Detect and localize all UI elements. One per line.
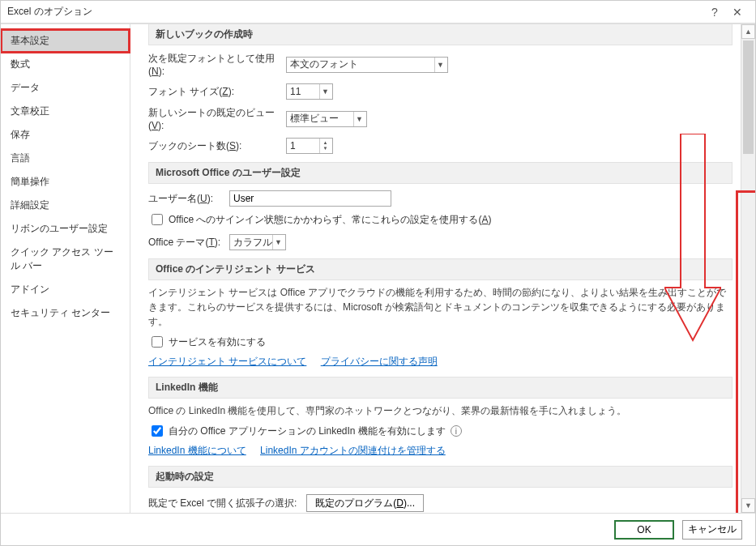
sidebar: 基本設定数式データ文章校正保存言語簡単操作詳細設定リボンのユーザー設定クイック … bbox=[1, 24, 130, 513]
always-use-settings-label: Office へのサインイン状態にかかわらず、常にこれらの設定を使用する(A) bbox=[169, 213, 491, 227]
sidebar-item-5[interactable]: 言語 bbox=[1, 147, 130, 170]
content-wrap: 新しいブックの作成時 次を既定フォントとして使用(N): 本文のフォント ▼ フ… bbox=[130, 24, 755, 513]
font-size-label: フォント サイズ(Z): bbox=[148, 85, 286, 99]
section-user-header: Microsoft Office のユーザー設定 bbox=[148, 162, 733, 184]
font-size-select[interactable]: 11 ▼ bbox=[286, 83, 333, 100]
about-linkedin-link[interactable]: LinkedIn 機能について bbox=[148, 445, 246, 456]
about-intelligent-link[interactable]: インテリジェント サービスについて bbox=[148, 356, 306, 367]
default-view-select[interactable]: 標準ビュー ▼ bbox=[286, 111, 367, 127]
chevron-down-icon: ▼ bbox=[353, 112, 365, 126]
help-icon[interactable]: ? bbox=[703, 2, 726, 22]
privacy-statement-link[interactable]: プライバシーに関する声明 bbox=[321, 356, 438, 367]
spinner-icon: ▲▼ bbox=[319, 139, 331, 153]
titlebar: Excel のオプション ? ✕ bbox=[1, 1, 755, 23]
user-name-label: ユーザー名(U): bbox=[148, 192, 229, 206]
office-theme-value: カラフル bbox=[233, 236, 272, 250]
user-name-input[interactable] bbox=[229, 190, 391, 207]
enable-services-checkbox[interactable] bbox=[152, 336, 163, 348]
cancel-button[interactable]: キャンセル bbox=[682, 520, 742, 540]
dialog-body: 基本設定数式データ文章校正保存言語簡単操作詳細設定リボンのユーザー設定クイック … bbox=[1, 23, 755, 513]
vertical-scrollbar[interactable]: ▲ ▼ bbox=[741, 24, 755, 513]
chevron-down-icon: ▼ bbox=[434, 58, 446, 72]
section-linkedin-header: LinkedIn 機能 bbox=[148, 377, 733, 399]
section-startup-header: 起動時の設定 bbox=[148, 466, 733, 488]
sheet-count-label: ブックのシート数(S): bbox=[148, 139, 286, 153]
sidebar-item-1[interactable]: 数式 bbox=[1, 53, 130, 76]
office-theme-select[interactable]: カラフル ▼ bbox=[229, 234, 286, 250]
enable-linkedin-checkbox[interactable] bbox=[152, 425, 163, 437]
sidebar-item-7[interactable]: 詳細設定 bbox=[1, 194, 130, 217]
sidebar-item-0[interactable]: 基本設定 bbox=[1, 29, 130, 53]
chevron-down-icon: ▼ bbox=[319, 84, 331, 99]
enable-linkedin-label: 自分の Office アプリケーションの LinkedIn 機能を有効にします bbox=[169, 424, 446, 438]
content: 新しいブックの作成時 次を既定フォントとして使用(N): 本文のフォント ▼ フ… bbox=[130, 24, 741, 513]
chevron-down-icon: ▼ bbox=[272, 235, 284, 250]
sidebar-item-3[interactable]: 文章校正 bbox=[1, 100, 130, 123]
default-font-select[interactable]: 本文のフォント ▼ bbox=[286, 57, 448, 73]
dialog-footer: OK キャンセル bbox=[1, 513, 755, 545]
font-size-value: 11 bbox=[290, 86, 301, 97]
default-view-value: 標準ビュー bbox=[290, 112, 339, 126]
sheet-count-spinner[interactable]: 1 ▲▼ bbox=[286, 138, 333, 154]
sidebar-item-10[interactable]: アドイン bbox=[1, 278, 130, 301]
sidebar-item-6[interactable]: 簡単操作 bbox=[1, 170, 130, 194]
sidebar-item-8[interactable]: リボンのユーザー設定 bbox=[1, 217, 130, 241]
default-extensions-label: 既定で Excel で開く拡張子の選択: bbox=[148, 497, 297, 510]
scroll-down-icon[interactable]: ▼ bbox=[741, 498, 755, 513]
sidebar-item-11[interactable]: セキュリティ センター bbox=[1, 301, 130, 325]
default-font-value: 本文のフォント bbox=[290, 58, 358, 71]
close-icon[interactable]: ✕ bbox=[726, 2, 749, 22]
intelligent-desc: インテリジェント サービスは Office アプリでクラウドの機能を利用するため… bbox=[148, 285, 733, 329]
sidebar-item-4[interactable]: 保存 bbox=[1, 123, 130, 147]
always-use-settings-checkbox[interactable] bbox=[152, 214, 163, 225]
default-programs-button[interactable]: 既定のプログラム(D)... bbox=[306, 494, 424, 512]
excel-options-dialog: Excel のオプション ? ✕ 基本設定数式データ文章校正保存言語簡単操作詳細… bbox=[0, 0, 756, 546]
info-icon[interactable]: i bbox=[451, 425, 462, 437]
scroll-track[interactable] bbox=[741, 39, 755, 498]
sidebar-item-9[interactable]: クイック アクセス ツール バー bbox=[1, 241, 130, 278]
scroll-up-icon[interactable]: ▲ bbox=[741, 24, 755, 39]
scroll-thumb[interactable] bbox=[743, 41, 754, 154]
default-font-label: 次を既定フォントとして使用(N): bbox=[148, 52, 286, 77]
office-theme-label: Office テーマ(T): bbox=[148, 236, 229, 250]
default-view-label: 新しいシートの既定のビュー(V): bbox=[148, 106, 286, 131]
section-newbook-header: 新しいブックの作成時 bbox=[148, 24, 733, 45]
enable-services-label: サービスを有効にする bbox=[169, 335, 266, 349]
linkedin-desc: Office の LinkedIn 機能を使用して、専門家のネットワークとつなが… bbox=[148, 403, 733, 418]
sheet-count-value: 1 bbox=[290, 140, 296, 151]
manage-linkedin-link[interactable]: LinkedIn アカウントの関連付けを管理する bbox=[260, 445, 446, 456]
section-intelligent-header: Office のインテリジェント サービス bbox=[148, 258, 733, 280]
ok-button[interactable]: OK bbox=[614, 520, 674, 540]
dialog-title: Excel のオプション bbox=[7, 5, 703, 19]
sidebar-item-2[interactable]: データ bbox=[1, 76, 130, 100]
